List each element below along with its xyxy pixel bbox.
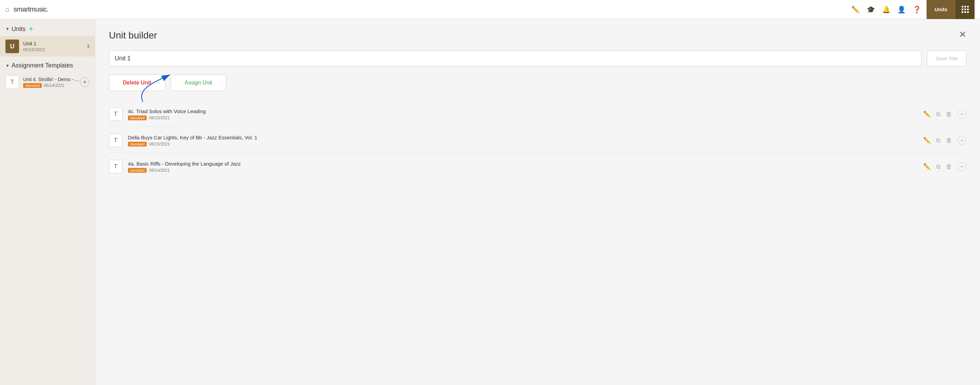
assignment-avatar: T [109, 107, 123, 121]
delete-assignment-icon[interactable]: 🗑 [946, 137, 952, 144]
units-section-label: Units [11, 26, 25, 33]
assignment-info: 4a. Basic Riffs - Developing the Languag… [128, 161, 918, 173]
unit-info: Unit 1 06/15/2021 [23, 40, 84, 52]
panel-header: Unit builder ✕ [109, 30, 966, 41]
add-unit-button[interactable]: + [29, 24, 33, 34]
assignment-actions: ✏️ ⧉ 🗑 − [923, 136, 966, 145]
copy-assignment-icon[interactable]: ⧉ [936, 163, 940, 170]
delete-unit-button[interactable]: Delete Unit [109, 75, 165, 91]
template-avatar: T [5, 75, 19, 89]
assignment-name: 4a. Basic Riffs - Developing the Languag… [128, 161, 918, 167]
assignment-item: T 4a. Basic Riffs - Developing the Langu… [109, 154, 966, 179]
units-tab[interactable]: Units [927, 0, 956, 19]
edit-assignment-icon[interactable]: ✏️ [923, 137, 931, 144]
arrow-annotation-container: T 4c. Triad Solos with Voice Leading sta… [109, 102, 966, 179]
save-title-button[interactable]: Save Title [927, 50, 966, 66]
action-row: Delete Unit Assign Unit [109, 75, 966, 91]
app-logo: smartmusic. [14, 5, 48, 13]
assignment-date: 06/14/2021 [150, 168, 170, 173]
graduation-cap-icon[interactable]: 🎓 [867, 5, 875, 14]
assignment-info: Della Buys Car Lights, Key of Bb - Jazz … [128, 134, 918, 147]
assignment-tag: standard [128, 142, 147, 147]
grid-icon [962, 6, 969, 13]
assignment-date: 06/15/2021 [150, 115, 170, 120]
bell-icon[interactable]: 🔔 [882, 5, 891, 14]
template-add-button[interactable]: + [80, 77, 89, 87]
delete-assignment-icon[interactable]: 🗑 [946, 111, 952, 118]
units-tab-label: Units [935, 6, 948, 12]
title-row: Save Title [109, 50, 966, 66]
assignment-name: Della Buys Car Lights, Key of Bb - Jazz … [128, 134, 918, 141]
unit-avatar: U [5, 40, 19, 53]
assignment-tag: standard [128, 168, 147, 173]
unit-title-input[interactable] [109, 50, 921, 66]
template-name: Unit 4. Strollin' - Demo - ... [23, 77, 80, 82]
sidebar-unit-item[interactable]: U Unit 1 06/15/2021 3 [0, 36, 95, 57]
units-section-header: ▼ Units + [0, 19, 95, 36]
template-meta: standard 06/14/2021 [23, 83, 80, 88]
assignment-avatar: T [109, 160, 123, 173]
standard-tag: standard [23, 83, 42, 88]
unit-builder-panel: Unit builder ✕ Save Title Delete Unit As… [95, 19, 980, 385]
home-icon[interactable]: ⌂ [5, 5, 10, 13]
assignment-avatar: T [109, 134, 123, 147]
assignment-actions: ✏️ ⧉ 🗑 − [923, 162, 966, 171]
units-collapse-arrow[interactable]: ▼ [5, 27, 10, 31]
topbar-icons: ✏️ 🎓 🔔 👤 ❓ [851, 5, 921, 14]
assignment-list: T 4c. Triad Solos with Voice Leading sta… [109, 102, 966, 179]
assignment-meta: standard 06/15/2021 [128, 142, 918, 147]
topbar: ⌂ smartmusic. ✏️ 🎓 🔔 👤 ❓ Units [0, 0, 980, 19]
main-content: Unit builder ✕ Save Title Delete Unit As… [95, 19, 980, 385]
unit-date: 06/15/2021 [23, 47, 84, 52]
sidebar: ▼ Units + U Unit 1 06/15/2021 3 ▼ Assign… [0, 19, 95, 385]
edit-assignment-icon[interactable]: ✏️ [923, 110, 931, 118]
edit-assignment-icon[interactable]: ✏️ [923, 163, 931, 170]
assignment-date: 06/15/2021 [150, 142, 170, 147]
apps-grid-button[interactable] [956, 0, 975, 19]
layout: ▼ Units + U Unit 1 06/15/2021 3 ▼ Assign… [0, 19, 980, 385]
template-info: Unit 4. Strollin' - Demo - ... standard … [23, 77, 80, 88]
copy-assignment-icon[interactable]: ⧉ [936, 111, 940, 118]
assignment-item: T 4c. Triad Solos with Voice Leading sta… [109, 102, 966, 127]
assignment-name: 4c. Triad Solos with Voice Leading [128, 109, 918, 114]
template-date: 06/14/2021 [44, 83, 64, 88]
assignment-tag: standard [128, 115, 147, 120]
assignment-meta: standard 06/14/2021 [128, 168, 918, 173]
panel-title: Unit builder [109, 30, 157, 41]
copy-assignment-icon[interactable]: ⧉ [936, 137, 940, 144]
remove-assignment-button[interactable]: − [958, 136, 966, 145]
remove-assignment-button[interactable]: − [958, 110, 966, 118]
assignment-meta: standard 06/15/2021 [128, 115, 918, 120]
remove-assignment-button[interactable]: − [958, 162, 966, 171]
user-icon[interactable]: 👤 [897, 5, 906, 14]
template-item[interactable]: T Unit 4. Strollin' - Demo - ... standar… [0, 72, 95, 92]
templates-section-label: Assignment Templates [11, 62, 73, 69]
unit-count: 3 [87, 44, 89, 49]
help-icon[interactable]: ❓ [913, 5, 921, 14]
assignment-actions: ✏️ ⧉ 🗑 − [923, 110, 966, 118]
delete-assignment-icon[interactable]: 🗑 [946, 163, 952, 170]
close-button[interactable]: ✕ [959, 30, 966, 39]
assign-unit-button[interactable]: Assign Unit [171, 75, 226, 91]
unit-name: Unit 1 [23, 40, 84, 46]
assignment-info: 4c. Triad Solos with Voice Leading stand… [128, 109, 918, 120]
assignment-item: T Della Buys Car Lights, Key of Bb - Jaz… [109, 128, 966, 153]
templates-collapse-arrow[interactable]: ▼ [5, 63, 10, 68]
templates-section-header: ▼ Assignment Templates [0, 57, 95, 72]
edit-icon[interactable]: ✏️ [851, 5, 860, 14]
